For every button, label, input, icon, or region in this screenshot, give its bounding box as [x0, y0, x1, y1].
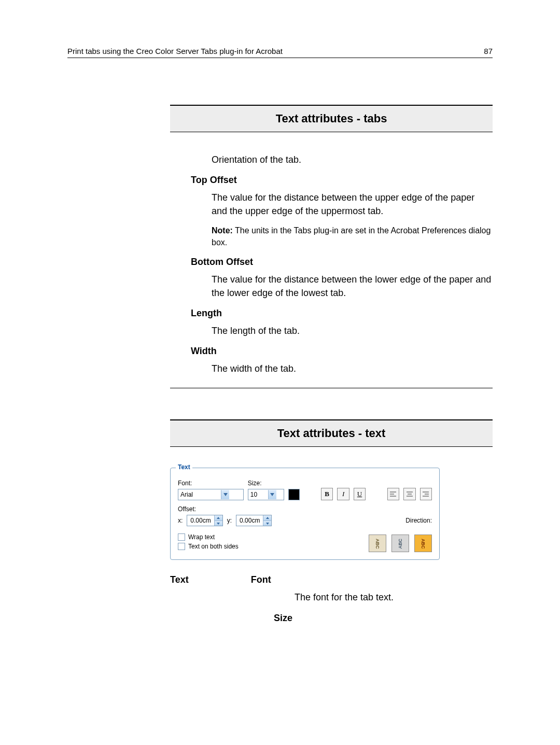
text-both-sides-checkbox[interactable] [178, 543, 185, 550]
def-width: The width of the tab. [212, 362, 493, 375]
x-offset-value: 0.00cm [187, 515, 214, 526]
svg-marker-11 [217, 517, 220, 519]
svg-marker-0 [223, 493, 228, 496]
text-both-sides-label: Text on both sides [188, 543, 239, 550]
chevron-down-icon [221, 490, 229, 499]
direction-label: Direction: [405, 517, 432, 524]
direction-button-3[interactable]: ABC [414, 535, 432, 552]
direction-button-2[interactable]: ABC [391, 535, 409, 552]
direction-button-3-label: ABC [421, 539, 426, 549]
direction-button-2-label: ABC [398, 539, 403, 549]
size-label: Size: [248, 480, 284, 487]
page-header: Print tabs using the Creo Color Server T… [67, 47, 493, 58]
italic-button[interactable]: I [337, 488, 349, 500]
size-select-value: 10 [250, 491, 265, 498]
orientation-text: Orientation of the tab. [212, 153, 493, 166]
heading-text: Text [170, 574, 189, 585]
offset-label: Offset: [178, 505, 196, 513]
align-center-button[interactable] [403, 488, 415, 500]
def-font: The font for the tab text. [295, 591, 493, 604]
term-length: Length [191, 308, 493, 319]
y-offset-value: 0.00cm [236, 515, 263, 526]
chevron-down-icon [268, 490, 276, 499]
align-left-button[interactable] [387, 488, 399, 500]
header-title: Print tabs using the Creo Color Server T… [67, 47, 283, 55]
term-font: Font [251, 574, 271, 585]
section-title-tabs: Text attributes - tabs [170, 105, 493, 132]
term-width: Width [191, 346, 493, 357]
spinner-icon[interactable] [214, 515, 222, 526]
note-body: The units in the Tabs plug-in are set in… [212, 226, 491, 246]
font-color-swatch[interactable] [288, 489, 300, 500]
y-label: y: [227, 517, 232, 524]
x-label: x: [178, 517, 183, 524]
def-bottom-offset: The value for the distance between the l… [212, 273, 493, 300]
def-top-offset: The value for the distance between the u… [212, 191, 493, 218]
note-label: Note: [212, 226, 233, 235]
page-number: 87 [484, 47, 493, 55]
svg-marker-1 [270, 493, 274, 496]
section-title-text: Text attributes - text [170, 419, 493, 447]
font-select-value: Arial [180, 491, 218, 498]
font-select[interactable]: Arial [178, 489, 244, 500]
text-panel: Text Font: Arial Size: 10 [170, 468, 440, 560]
bold-button[interactable]: B [321, 488, 333, 500]
size-select[interactable]: 10 [248, 489, 284, 500]
wrap-text-label: Wrap text [188, 533, 215, 541]
term-size: Size [274, 613, 493, 624]
term-bottom-offset: Bottom Offset [191, 257, 493, 268]
x-offset-input[interactable]: 0.00cm [187, 515, 222, 526]
svg-marker-14 [266, 523, 269, 525]
wrap-text-checkbox[interactable] [178, 533, 185, 541]
svg-marker-13 [266, 517, 269, 519]
panel-legend: Text [176, 463, 192, 471]
note-top-offset: Note: The units in the Tabs plug-in are … [212, 225, 493, 248]
direction-button-1-label: ABC [375, 539, 380, 549]
svg-marker-12 [217, 523, 220, 525]
underline-button[interactable]: U [354, 488, 366, 500]
align-right-button[interactable] [420, 488, 432, 500]
term-top-offset: Top Offset [191, 175, 493, 186]
spinner-icon[interactable] [263, 515, 271, 526]
font-label: Font: [178, 480, 244, 487]
def-length: The length of the tab. [212, 324, 493, 338]
y-offset-input[interactable]: 0.00cm [236, 515, 272, 526]
direction-button-1[interactable]: ABC [369, 535, 386, 552]
